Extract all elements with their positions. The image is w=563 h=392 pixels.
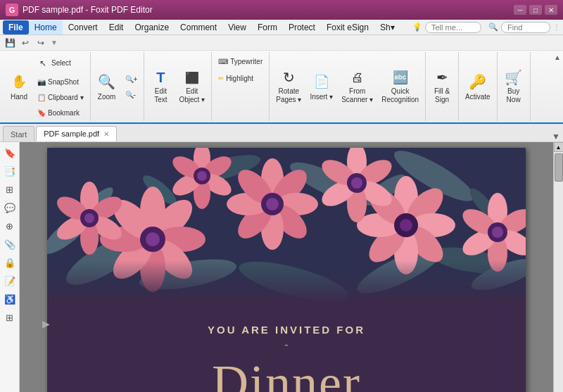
scroll-up-button[interactable]: ▲ (554, 142, 564, 152)
sidebar-accessibility-icon[interactable]: ♿ (2, 291, 18, 307)
fill-sign-button[interactable]: ✒ Fill &Sign (429, 67, 455, 106)
title-bar-left: G PDF sample.pdf - Foxit PDF Editor (6, 4, 153, 16)
hand-icon: ✋ (9, 72, 29, 91)
menu-home[interactable]: Home (29, 20, 63, 34)
sidebar-attachments-icon[interactable]: 📎 (2, 236, 18, 252)
hand-label: Hand (11, 93, 27, 101)
rotate-pages-label: RotatePages ▾ (276, 87, 301, 104)
toolbar-group-activate: 🔑 Activate (459, 52, 498, 121)
rotate-pages-button[interactable]: ↻ RotatePages ▾ (272, 67, 305, 106)
hand-tool-button[interactable]: ✋ Hand (6, 67, 32, 106)
menu-options-icon[interactable]: ⋮ (553, 23, 560, 31)
main-content: 🔖 📑 ⊞ 💬 ⊕ 📎 🔒 📝 ♿ ⊞ ▶ (0, 142, 563, 392)
menu-bar: File Home Convert Edit Organize Comment … (0, 20, 563, 35)
select-label: Select (51, 59, 71, 68)
redo-shortcut-icon[interactable]: ↪ (35, 37, 46, 49)
sidebar-destinations-icon[interactable]: ⊕ (2, 218, 18, 234)
activate-label: Activate (465, 93, 491, 101)
toolbar-group-edit: T EditText ⬛ EditObject ▾ (144, 52, 212, 121)
select-icon: ↖ (37, 58, 49, 69)
buy-now-icon: 🛒 (504, 69, 524, 86)
tab-scroll-down-icon[interactable]: ▼ (552, 132, 560, 141)
sidebar-page-thumbnail-icon[interactable]: 📑 (2, 163, 18, 179)
window-controls: ─ □ ✕ (514, 5, 557, 15)
highlight-button[interactable]: ✏ Highlight (215, 70, 257, 86)
tell-me-input[interactable] (425, 22, 481, 33)
rotate-pages-icon: ↻ (279, 69, 298, 86)
menu-form[interactable]: Form (252, 20, 283, 34)
svg-rect-78 (47, 260, 526, 303)
highlight-icon: ✏ (218, 75, 224, 82)
insert-button[interactable]: 📄 Insert ▾ (306, 67, 336, 106)
svg-point-35 (266, 198, 279, 210)
menu-protect[interactable]: Protect (283, 20, 321, 34)
menu-convert[interactable]: Convert (63, 20, 103, 34)
typewriter-button[interactable]: ⌨ Typewriter (215, 53, 266, 69)
toolbar-collapse-button[interactable]: ▲ (553, 52, 562, 62)
toolbar-group-hand-select: ✋ Hand ↖ Select 📷 SnapShot 📋 Clipboard ▾… (3, 52, 91, 121)
edit-object-button[interactable]: ⬛ EditObject ▾ (175, 67, 208, 106)
insert-label: Insert ▾ (310, 93, 333, 101)
sidebar-layers-icon[interactable]: ⊞ (2, 182, 18, 197)
tab-start[interactable]: Start (3, 126, 34, 141)
tab-pdf-label: PDF sample.pdf (44, 129, 99, 138)
svg-point-69 (351, 177, 362, 189)
content-area: ▶ (20, 142, 553, 392)
snapshot-label: SnapShot (48, 78, 79, 86)
snapshot-button[interactable]: 📷 SnapShot (34, 75, 82, 89)
menu-edit[interactable]: Edit (103, 20, 129, 34)
maximize-button[interactable]: □ (529, 5, 542, 15)
menu-view[interactable]: View (222, 20, 252, 34)
activate-button[interactable]: 🔑 Activate (462, 67, 494, 106)
sidebar-bookmark-icon[interactable]: 🔖 (2, 145, 18, 160)
tab-pdf-sample[interactable]: PDF sample.pdf ✕ (36, 126, 117, 141)
sidebar-signatures-icon[interactable]: 📝 (2, 273, 18, 289)
bookmark-button[interactable]: 🔖 Bookmark (34, 106, 83, 120)
buy-now-button[interactable]: 🛒 BuyNow (500, 67, 527, 106)
page-nav-arrow[interactable]: ▶ (42, 318, 50, 329)
select-tool-button[interactable]: ↖ Select (34, 53, 75, 73)
left-sidebar: 🔖 📑 ⊞ 💬 ⊕ 📎 🔒 📝 ♿ ⊞ (0, 142, 20, 392)
from-scanner-button[interactable]: 🖨 FromScanner ▾ (338, 67, 377, 106)
quick-recognition-button[interactable]: 🔤 QuickRecognition (378, 67, 422, 106)
quick-recognition-label: QuickRecognition (381, 87, 419, 104)
zoom-label: Zoom (98, 93, 116, 101)
menu-foxit-esign[interactable]: Foxit eSign (321, 20, 374, 34)
tell-me-icon: 💡 (412, 23, 422, 32)
zoom-in-button[interactable]: 🔍+ (122, 72, 141, 86)
zoom-out-icon: 🔍- (125, 91, 136, 99)
close-button[interactable]: ✕ (545, 5, 557, 15)
minimize-button[interactable]: ─ (514, 5, 526, 15)
sidebar-security-icon[interactable]: 🔒 (2, 255, 18, 270)
from-scanner-label: FromScanner ▾ (341, 87, 373, 104)
dropdown-arrow-icon[interactable]: ▼ (51, 39, 58, 46)
sidebar-copy-icon[interactable]: ⊞ (2, 310, 18, 325)
shortcut-bar: 💾 ↩ ↪ ▼ (0, 35, 563, 51)
flower-svg (47, 148, 526, 303)
typewriter-label: Typewriter (230, 58, 262, 65)
zoom-icon: 🔍 (97, 72, 117, 91)
menu-comment[interactable]: Comment (175, 20, 222, 34)
svg-point-45 (400, 219, 412, 232)
menu-organize[interactable]: Organize (129, 20, 175, 34)
clipboard-button[interactable]: 📋 Clipboard ▾ (34, 90, 87, 104)
right-scrollbar: ▲ ▼ (553, 142, 563, 392)
bookmark-label: Bookmark (48, 109, 80, 117)
svg-point-53 (84, 213, 94, 223)
menu-file[interactable]: File (3, 20, 29, 34)
scroll-track[interactable] (554, 152, 564, 392)
scroll-thumb[interactable] (555, 153, 563, 182)
menu-share[interactable]: Sh▾ (374, 20, 400, 34)
undo-shortcut-icon[interactable]: ↩ (20, 37, 31, 49)
zoom-out-button[interactable]: 🔍- (122, 87, 141, 101)
clipboard-icon: 📋 (37, 94, 46, 101)
tab-close-icon[interactable]: ✕ (103, 130, 109, 138)
title-bar: G PDF sample.pdf - Foxit PDF Editor ─ □ … (0, 0, 563, 20)
fill-sign-icon: ✒ (432, 69, 452, 86)
sidebar-comments-icon[interactable]: 💬 (2, 200, 18, 215)
edit-text-button[interactable]: T EditText (147, 67, 174, 106)
save-shortcut-icon[interactable]: 💾 (4, 37, 15, 49)
find-input[interactable] (501, 22, 550, 33)
zoom-tool-button[interactable]: 🔍 Zoom (94, 67, 120, 106)
edit-text-icon: T (151, 69, 170, 86)
